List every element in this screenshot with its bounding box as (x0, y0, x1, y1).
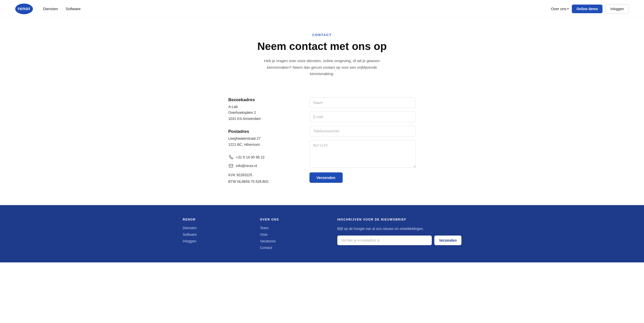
newsletter-button[interactable]: Verzenden (434, 236, 461, 245)
footer-link-diensten[interactable]: Diensten (183, 226, 245, 230)
bezoekadres-block: Bezoekadres A-Lab Overhoeksplein 2 1031 … (228, 97, 289, 122)
over-ons-button[interactable]: Over ons ▾ (551, 7, 569, 11)
logo[interactable]: renor (15, 4, 33, 14)
postadres-title: Postadres (228, 129, 289, 134)
newsletter-input[interactable] (337, 236, 432, 245)
bezoekadres-title: Bezoekadres (228, 97, 289, 102)
hero-section: CONTACT Neem contact met ons op Heb je v… (0, 18, 644, 87)
footer-link-inloggen[interactable]: Inloggen (183, 239, 245, 243)
postadres-line2: 1221 BC, Hilversum (228, 142, 260, 147)
online-demo-button[interactable]: Online demo (572, 5, 602, 13)
footer-over-ons-title: OVER ONS (260, 218, 322, 221)
bezoekadres-line1: A-Lab (228, 105, 238, 109)
contact-form: Verzenden (309, 97, 416, 185)
footer-renor-title: RENOR (183, 218, 245, 221)
contact-info: Bezoekadres A-Lab Overhoeksplein 2 1031 … (228, 97, 289, 185)
footer-newsletter-col: INSCHRIJVEN VOOR DE NIEUWSBRIEF Blijf op… (337, 218, 461, 252)
hero-label: CONTACT (5, 33, 639, 37)
logo-oval: renor (15, 4, 33, 14)
hero-title: Neem contact met ons op (5, 40, 639, 52)
footer-link-vacatures[interactable]: Vacatures (260, 239, 322, 243)
email-address: info@renor.nl (236, 164, 257, 168)
email-input[interactable] (309, 112, 416, 122)
kvk-number: KVK 92283225 (228, 173, 252, 177)
newsletter-desc: Blijf op de hoogte van al ons nieuws en … (337, 226, 461, 231)
btw-number: BTW NL8659.75.528.B01 (228, 180, 269, 184)
svg-rect-0 (229, 164, 233, 167)
footer-renor-col: RENOR Diensten Software Inloggen (183, 218, 245, 252)
kvk-block: KVK 92283225 BTW NL8659.75.528.B01 (228, 172, 289, 185)
postadres-block: Postadres Leeghwaterstraat 27 1221 BC, H… (228, 129, 289, 148)
footer: RENOR Diensten Software Inloggen OVER ON… (0, 205, 644, 262)
footer-link-visie[interactable]: Visie (260, 232, 322, 237)
footer-inner: RENOR Diensten Software Inloggen OVER ON… (183, 218, 461, 252)
inloggen-button[interactable]: Inloggen (606, 4, 629, 13)
newsletter-row: Verzenden (337, 236, 461, 245)
bezoekadres-line2: Overhoeksplein 2 (228, 111, 256, 115)
footer-link-contact[interactable]: Contact (260, 246, 322, 250)
footer-link-software[interactable]: Software (183, 232, 245, 237)
bericht-input[interactable] (309, 140, 416, 168)
postadres-line1: Leeghwaterstraat 27 (228, 136, 261, 140)
footer-over-ons-col: OVER ONS Team Visie Vacatures Contact (260, 218, 322, 252)
mail-icon (228, 163, 233, 168)
navbar-right: Over ons ▾ Online demo Inloggen (551, 4, 629, 13)
phone-row: +31 6 14 00 96 22 (228, 155, 289, 160)
contact-section: Bezoekadres A-Lab Overhoeksplein 2 1031 … (196, 87, 449, 205)
over-ons-label: Over ons (551, 7, 567, 11)
naam-input[interactable] (309, 97, 416, 108)
navbar: renor Diensten Software Over ons ▾ Onlin… (0, 0, 644, 18)
bezoekadres-line3: 1031 KS Amsterdam (228, 117, 261, 121)
verzenden-button[interactable]: Verzenden (309, 172, 343, 183)
hero-subtitle: Heb je vragen over onze diensten, online… (256, 58, 388, 77)
logo-text: renor (17, 6, 30, 11)
nav-links: Diensten Software (43, 7, 551, 11)
phone-icon (228, 155, 233, 160)
email-row: info@renor.nl (228, 163, 289, 168)
nav-diensten[interactable]: Diensten (43, 7, 58, 11)
phone-number: +31 6 14 00 96 22 (236, 155, 265, 159)
footer-link-team[interactable]: Team (260, 226, 322, 230)
newsletter-title: INSCHRIJVEN VOOR DE NIEUWSBRIEF (337, 218, 461, 221)
chevron-down-icon: ▾ (567, 7, 569, 10)
nav-software[interactable]: Software (66, 7, 81, 11)
telefoon-input[interactable] (309, 126, 416, 136)
